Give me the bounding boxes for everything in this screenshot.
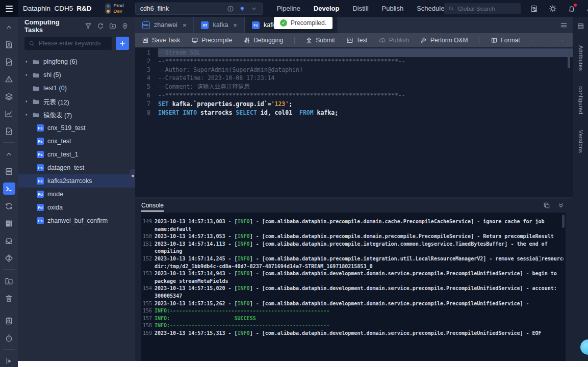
test-button[interactable]: Test [346, 37, 368, 44]
tree-file[interactable]: Fskafka2starrcoks [18, 174, 135, 188]
file-type-badge: Fd [37, 191, 44, 198]
sidebar-collapse-handle[interactable]: ◀ [130, 169, 135, 182]
tab-versions[interactable]: Versions [578, 130, 584, 153]
rail-doc-person-icon[interactable] [3, 38, 15, 50]
tree-file[interactable]: Fscnx_test_1 [18, 148, 135, 161]
caret-right-icon[interactable] [24, 73, 29, 77]
rail-doc-chart-icon[interactable] [3, 56, 15, 68]
log-line-text: 2023-10-13 14:57:15,313 - [INFO] - [com.… [155, 330, 564, 337]
rail-sync-icon[interactable] [3, 200, 15, 212]
rail-inbox-icon[interactable] [3, 234, 15, 247]
info-icon[interactable] [227, 5, 234, 12]
project-select[interactable]: cdh6_flink [135, 3, 263, 15]
rail-audit-search-icon[interactable] [3, 314, 15, 327]
close-icon[interactable]: × [233, 21, 237, 29]
tab-attributes[interactable]: Attributes [578, 45, 584, 71]
caret-right-icon[interactable] [24, 60, 29, 64]
close-icon[interactable]: × [183, 21, 187, 29]
log-line-text: 300005347 [155, 293, 564, 300]
log-line-number: 149 [141, 218, 155, 226]
log-line-text: 2023-10-13 14:57:14,113 - [INFO] - [com.… [155, 241, 564, 248]
refresh-icon[interactable] [97, 22, 104, 30]
notification-bell-icon[interactable] [568, 5, 576, 13]
editor-scrollbar[interactable] [568, 49, 570, 68]
perform-o-m-button[interactable]: Perform O&M [420, 37, 468, 44]
rail-divider [3, 142, 15, 143]
tree-file[interactable]: Fscnx_test [18, 135, 135, 148]
nav-publish[interactable]: Publish [382, 5, 404, 12]
submit-button[interactable]: Submit [305, 37, 335, 44]
rail-expand-panel-icon[interactable] [3, 355, 15, 367]
tree-file-label: cnx_test [47, 138, 71, 145]
debugging-button[interactable]: Debugging [243, 37, 283, 44]
rail-collapse-top-icon[interactable] [3, 21, 15, 33]
wrench-icon [420, 37, 427, 44]
filter-funnel-icon[interactable] [85, 22, 92, 30]
tree-folder[interactable]: 元表 (12) [18, 95, 135, 108]
rail-recycle-bin-icon[interactable] [3, 292, 15, 304]
sql-editor[interactable]: 1--Stream SQL2--************************… [135, 47, 573, 197]
rail-scheduler-icon[interactable] [3, 332, 15, 344]
global-search-input[interactable]: Global Search [444, 3, 521, 14]
nav-pipeline[interactable]: Pipeline [277, 5, 300, 12]
rail-folder-icon[interactable] [3, 275, 15, 287]
folder-plus-icon[interactable] [109, 22, 116, 30]
more-options-button[interactable] [563, 37, 563, 44]
nav-develop[interactable]: Develop [314, 5, 340, 12]
rail-functions-icon[interactable] [3, 252, 15, 264]
tab-zhanwei[interactable]: SQL zhanwei × [135, 17, 194, 33]
editor-area: SQL zhanwei × Kf kafka × Fs kafka2starrc… [135, 17, 573, 367]
console-log[interactable]: ----- ----------- ------- --------------… [141, 213, 566, 366]
chevron-down-icon[interactable] [250, 5, 258, 12]
nav-distill[interactable]: Distill [352, 5, 368, 12]
collapse-console-icon[interactable] [557, 202, 565, 209]
tree-file[interactable]: Fszhanwei_buf_confirm [18, 214, 135, 227]
format-button[interactable]: Format [491, 37, 520, 44]
drawer-icon[interactable] [577, 22, 584, 30]
rail-pyramid-icon[interactable] [3, 73, 15, 85]
rail-layers-icon[interactable] [3, 90, 15, 102]
tree-folder[interactable]: shi (5) [18, 68, 135, 82]
tree-folder[interactable]: 镜像表 (7) [18, 108, 135, 121]
tree-folder[interactable]: pingfeng (6) [18, 55, 135, 68]
gear-bolt-icon[interactable] [549, 5, 557, 13]
rail-journal-icon[interactable] [3, 217, 15, 229]
refresh-button[interactable] [531, 37, 532, 44]
rail-list-doc-icon[interactable] [3, 165, 15, 177]
tab-list-menu-icon[interactable] [560, 21, 568, 29]
code-line: 7SET kafka.`properties.group.id`='123'; [135, 100, 573, 109]
tab-configured[interactable]: configured [578, 86, 584, 114]
env-toggle-capsule[interactable] [105, 3, 111, 14]
gear-icon[interactable] [547, 255, 553, 262]
tree-file[interactable]: Fsdatagen_test [18, 161, 135, 174]
tree-file[interactable]: Fdmode [18, 188, 135, 201]
fullscreen-icon[interactable] [535, 255, 542, 262]
location-pin-button[interactable] [552, 37, 552, 44]
publish-button[interactable]: Publish [379, 37, 409, 44]
env-toggle[interactable]: Prod Dev [105, 3, 124, 14]
console-header: Console [135, 199, 573, 212]
console-tab[interactable]: Console [141, 199, 164, 212]
tree-file[interactable]: Fscnx_519_test [18, 121, 135, 135]
tree-file[interactable]: Fdoxida [18, 201, 135, 214]
caret-right-icon[interactable] [24, 113, 29, 117]
add-task-button[interactable] [116, 37, 129, 50]
duplicate-icon[interactable] [543, 202, 550, 209]
save-task-button[interactable]: Save Task [142, 37, 180, 44]
locate-pin-icon[interactable] [121, 22, 129, 30]
doc-search-icon[interactable] [530, 5, 538, 13]
caret-right-icon[interactable] [24, 99, 29, 103]
main-menu-icon[interactable] [0, 0, 18, 17]
rail-trend-chart-icon[interactable] [3, 108, 15, 120]
rail-computing-tasks-icon[interactable] [3, 182, 15, 195]
log-line-number: 152 [141, 255, 155, 263]
nav-schedule[interactable]: Schedule [417, 5, 444, 12]
rail-task-check-icon[interactable] [3, 125, 15, 137]
lock-button[interactable] [542, 37, 542, 44]
tab-kafka[interactable]: Kf kafka × [194, 17, 244, 33]
precompile-button[interactable]: Precompile [191, 37, 232, 44]
console-scrollbar[interactable] [562, 215, 565, 228]
keyword-search-input[interactable]: Please enter keywords [24, 37, 112, 50]
tree-folder[interactable]: test1 (0) [18, 82, 135, 95]
rail-collapse-mid-icon[interactable] [3, 148, 15, 160]
